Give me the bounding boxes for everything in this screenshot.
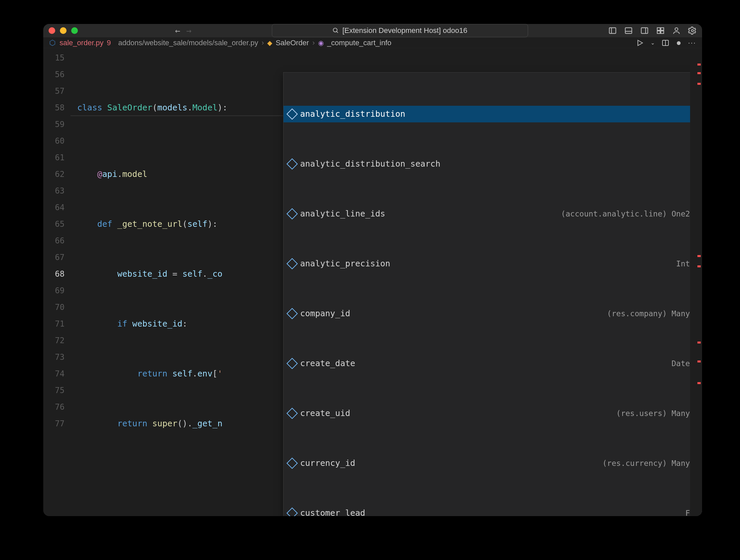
suggest-item[interactable]: analytic_distribution Json [283,106,702,122]
suggest-label: create_uid [300,405,350,422]
minimap-marker [698,265,701,267]
minimap-marker [698,255,701,257]
breadcrumb-separator-icon: › [262,38,264,47]
minimap-marker [698,64,701,66]
active-tab-filename[interactable]: sale_order.py [60,38,103,47]
line-number: 67 [43,249,71,266]
suggest-label: analytic_distribution_search [300,155,440,172]
suggest-item[interactable]: analytic_distribution_search Json [283,155,702,172]
breadcrumb-path[interactable]: addons/website_sale/models/sale_order.py [118,38,258,47]
run-button[interactable] [636,39,644,47]
code-content[interactable]: class SaleOrder(models.Model): @api.mode… [71,48,690,516]
line-number: 64 [43,199,71,216]
minimap[interactable] [690,48,702,516]
search-icon [333,27,339,34]
maximize-window-button[interactable] [71,27,78,34]
line-number: 58 [43,99,71,116]
title-bar: ← → [Extension Development Host] odoo16 [43,24,702,37]
line-number: 75 [43,382,71,399]
account-icon[interactable] [672,26,681,35]
suggest-label: analytic_distribution [300,106,405,122]
line-number: 15 [43,49,71,66]
field-icon [286,308,298,319]
svg-marker-14 [638,40,643,45]
line-number: 76 [43,399,71,415]
field-icon [286,158,298,170]
class-symbol-icon: ◆ [267,39,272,47]
svg-rect-8 [657,28,660,30]
run-dropdown-icon[interactable]: ⌄ [650,39,655,46]
svg-rect-4 [625,28,632,33]
svg-point-13 [691,30,694,32]
tab-problems-badge: 9 [107,38,111,47]
editor-actions: ⌄ ● ··· [636,37,696,48]
close-window-button[interactable] [49,27,55,34]
line-number: 63 [43,183,71,199]
field-icon [286,408,298,419]
editor-area[interactable]: 15 56 57 58 59 60 61 62 63 64 65 66 67 6… [43,48,702,516]
editor-tabs-breadcrumb: ⬡ sale_order.py 9 addons/website_sale/mo… [43,37,702,48]
minimap-marker [698,83,701,85]
line-number: 77 [43,415,71,432]
suggest-detail: (res.users) Many2one [616,405,702,422]
field-icon [286,208,298,219]
breadcrumb-class[interactable]: SaleOrder [276,38,309,47]
svg-line-1 [337,31,338,33]
suggest-detail: (account.analytic.line) One2many [561,206,702,222]
unsaved-indicator-icon: ● [676,37,681,48]
suggest-label: customer_lead [300,505,365,516]
field-icon [286,258,298,269]
layout-primary-side-icon[interactable] [608,26,617,35]
suggest-label: create_date [300,355,355,372]
suggest-item[interactable]: currency_id (res.currency) Many2one [283,455,702,471]
line-number-gutter: 15 56 57 58 59 60 61 62 63 64 65 66 67 6… [43,48,71,516]
python-file-icon: ⬡ [49,38,56,47]
suggest-label: analytic_precision [300,255,390,272]
customize-layout-icon[interactable] [656,26,665,35]
layout-secondary-side-icon[interactable] [640,26,649,35]
line-number: 65 [43,216,71,232]
suggest-item[interactable]: company_id (res.company) Many2one [283,305,702,322]
suggest-item[interactable]: analytic_precision Integer [283,255,702,272]
window-title: [Extension Development Host] odoo16 [342,26,467,35]
suggest-item[interactable]: create_uid (res.users) Many2one [283,405,702,422]
line-number: 69 [43,282,71,299]
suggest-detail: (res.company) Many2one [607,305,702,322]
minimap-marker [698,342,701,343]
line-number: 56 [43,66,71,83]
svg-rect-9 [661,28,664,30]
more-actions-icon[interactable]: ··· [688,38,696,47]
line-number: 71 [43,316,71,332]
line-number: 72 [43,332,71,349]
suggest-item[interactable]: analytic_line_ids (account.analytic.line… [283,206,702,222]
line-number: 59 [43,116,71,133]
suggest-label: analytic_line_ids [300,206,385,222]
suggest-item[interactable]: create_date Datetime [283,355,702,372]
line-number: 57 [43,83,71,99]
breadcrumb-separator-icon: › [312,38,315,47]
nav-forward-button[interactable]: → [186,26,192,35]
split-editor-icon[interactable] [661,39,669,47]
line-number: 66 [43,232,71,249]
suggest-label: company_id [300,305,350,322]
line-number: 62 [43,166,71,183]
method-symbol-icon: ◉ [318,39,324,47]
svg-rect-2 [609,28,616,33]
field-icon [286,508,298,516]
command-center[interactable]: [Extension Development Host] odoo16 [272,24,528,37]
autocomplete-popup[interactable]: analytic_distribution Json analytic_dist… [283,72,702,516]
breadcrumb-method[interactable]: _compute_cart_info [327,38,391,47]
line-number: 61 [43,149,71,166]
settings-gear-icon[interactable] [688,26,697,35]
line-number: 68 [43,266,71,282]
layout-panel-icon[interactable] [624,26,633,35]
field-icon [286,458,298,469]
line-number: 74 [43,365,71,382]
svg-rect-11 [661,31,664,33]
suggest-item[interactable]: customer_lead Float [283,505,702,516]
field-icon [286,108,298,120]
nav-back-button[interactable]: ← [175,26,180,35]
titlebar-actions [608,26,697,35]
minimize-window-button[interactable] [60,27,67,34]
minimap-marker [698,360,701,362]
